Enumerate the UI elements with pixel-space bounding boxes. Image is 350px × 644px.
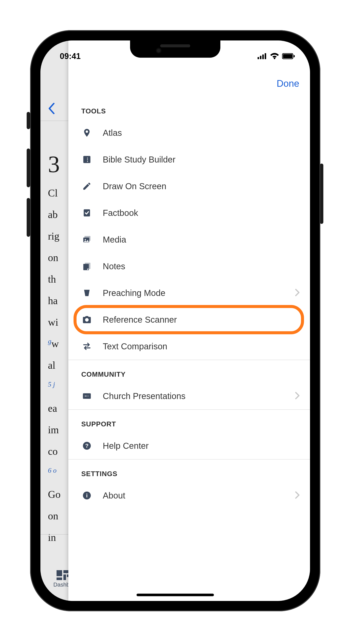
menu-item-label: Text Comparison: [103, 342, 300, 351]
menu-item-label: Atlas: [103, 128, 300, 138]
svg-rect-2: [262, 54, 264, 59]
menu-item-church-presentations[interactable]: Church Presentations: [68, 383, 310, 410]
section-header-settings: SETTINGS: [68, 460, 310, 482]
study-builder-icon: ⋮⋮: [80, 155, 93, 164]
phone-silence-switch: [27, 112, 30, 129]
chevron-right-icon: [295, 289, 300, 297]
svg-text:⋮⋮: ⋮⋮: [85, 157, 92, 162]
section-header-community: COMMUNITY: [68, 360, 310, 383]
menu-item-label: Bible Study Builder: [103, 155, 300, 164]
svg-point-23: [86, 396, 87, 397]
menu-item-notes[interactable]: Notes: [68, 253, 310, 280]
screen: 09:41: [40, 40, 310, 601]
info-icon: i: [80, 491, 93, 500]
reader-text: 3 Cl ab rig on th ha wi gw al 5 j: [48, 152, 61, 548]
menu-item-label: Draw On Screen: [103, 182, 300, 191]
menu-item-label: Reference Scanner: [103, 315, 300, 324]
notch: [130, 40, 220, 58]
tools-drawer: Done TOOLS Atlas ⋮⋮: [68, 40, 310, 601]
dashboard-icon: +: [56, 570, 69, 580]
menu-item-reference-scanner[interactable]: Reference Scanner: [68, 306, 310, 333]
svg-rect-3: [265, 53, 266, 59]
menu-item-label: Preaching Mode: [103, 288, 295, 298]
svg-text:i: i: [86, 492, 87, 498]
menu-item-label: About: [103, 491, 295, 500]
pencil-icon: [80, 182, 93, 191]
wifi-icon: [270, 53, 279, 60]
back-button[interactable]: [47, 103, 56, 115]
menu-item-preaching-mode[interactable]: Preaching Mode: [68, 280, 310, 306]
battery-icon: [282, 53, 295, 59]
camera-icon: [80, 315, 93, 324]
section-header-support: SUPPORT: [68, 410, 310, 432]
svg-rect-9: [63, 574, 66, 580]
home-indicator[interactable]: [137, 594, 214, 596]
menu-item-bible-study-builder[interactable]: ⋮⋮ Bible Study Builder: [68, 146, 310, 173]
notes-icon: [80, 262, 93, 271]
menu-item-text-comparison[interactable]: Text Comparison: [68, 333, 310, 360]
phone-frame: 09:41: [30, 30, 320, 611]
svg-point-22: [85, 396, 86, 397]
menu-item-label: Help Center: [103, 441, 300, 451]
chevron-right-icon: [295, 392, 300, 400]
svg-text:?: ?: [85, 443, 89, 449]
media-icon: [80, 235, 93, 244]
presentation-icon: [80, 391, 93, 401]
menu-item-draw-on-screen[interactable]: Draw On Screen: [68, 173, 310, 200]
menu-item-label: Church Presentations: [103, 391, 295, 401]
help-icon: ?: [80, 441, 93, 450]
phone-volume-down: [27, 198, 30, 237]
menu-item-media[interactable]: Media: [68, 226, 310, 253]
svg-rect-10: [56, 578, 62, 580]
phone-power-button: [320, 164, 323, 224]
menu-item-help-center[interactable]: ? Help Center: [68, 432, 310, 459]
svg-rect-5: [283, 54, 292, 58]
phone-volume-up: [27, 148, 30, 187]
menu-item-about[interactable]: i About: [68, 482, 310, 509]
factbook-icon: [80, 208, 93, 218]
atlas-pin-icon: [80, 128, 93, 138]
svg-point-24: [88, 396, 89, 397]
menu-item-factbook[interactable]: Factbook: [68, 200, 310, 226]
section-header-tools: TOOLS: [68, 105, 310, 120]
done-button[interactable]: Done: [277, 78, 299, 89]
chevron-right-icon: [295, 491, 300, 500]
svg-rect-6: [294, 55, 295, 57]
menu-item-label: Factbook: [103, 208, 300, 218]
swap-arrows-icon: [80, 342, 93, 351]
status-indicators: [258, 53, 295, 60]
podium-icon: [80, 288, 93, 298]
svg-rect-0: [258, 57, 259, 59]
menu-item-label: Media: [103, 235, 300, 244]
svg-rect-1: [260, 56, 261, 59]
menu-item-atlas[interactable]: Atlas: [68, 120, 310, 146]
svg-rect-7: [56, 570, 62, 576]
cellular-icon: [258, 53, 267, 59]
status-time: 09:41: [60, 52, 81, 61]
menu-item-label: Notes: [103, 262, 300, 271]
svg-point-18: [85, 239, 86, 240]
